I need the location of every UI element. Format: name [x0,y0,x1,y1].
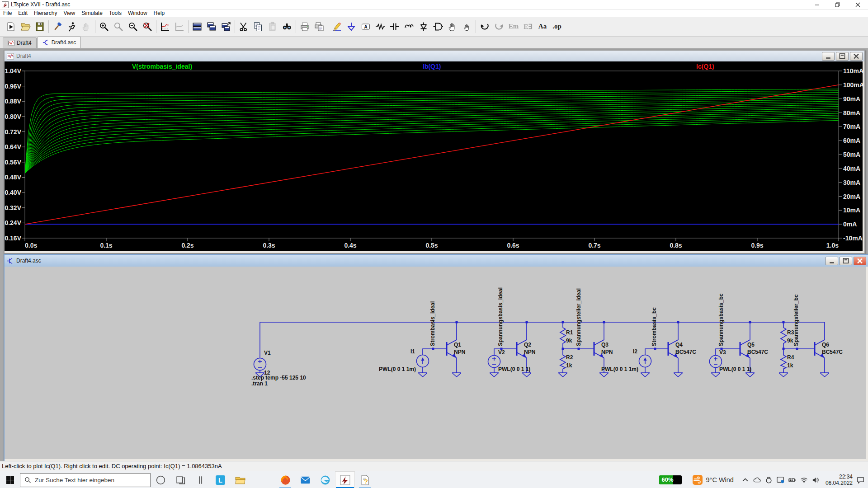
plot-restore-button[interactable] [836,52,849,61]
tab-draft4-plot[interactable]: Draft4 [3,38,37,48]
schematic-label-PWL(0 0 1 1m)[interactable]: PWL(0 0 1 1m) [379,366,416,372]
new-window-button[interactable] [219,19,233,34]
zoom-in-button[interactable] [97,19,111,34]
plot-window-titlebar[interactable]: Draft4 [5,51,864,61]
edge-taskbar-button[interactable] [315,471,335,488]
menu-hierarchy[interactable]: Hierarchy [31,9,60,17]
ltspice-taskbar-button[interactable] [335,471,355,488]
save-button[interactable] [33,19,47,34]
menu-tools[interactable]: Tools [106,9,125,17]
firefox-taskbar-button[interactable] [275,471,295,488]
schematic-label-Q5[interactable]: Q5 [747,342,755,348]
window-close-button[interactable] [848,0,868,9]
schematic-label-Q1[interactable]: Q1 [454,342,461,348]
run-button[interactable] [4,19,18,34]
net-label-button[interactable]: A [359,19,373,34]
net-label-Spannungsteiler_ideal[interactable]: Spannungsteiler_ideal [576,288,582,346]
schematic-label-R1[interactable]: R1 [566,330,573,336]
diode-button[interactable] [416,19,431,34]
plot-settings-button[interactable] [158,19,172,34]
l-launcher-taskbar-button[interactable]: L [210,471,230,488]
mail-taskbar-button[interactable] [295,471,315,488]
schematic-label-PWL(0 0 1 1)[interactable]: PWL(0 0 1 1) [719,366,751,372]
schematic-label-Q4[interactable]: Q4 [675,342,683,348]
schematic-canvas[interactable]: V112.step temp -55 125 10.tran 1I1PWL(0 … [5,267,866,459]
control-panel-button[interactable] [50,19,65,34]
action-center-icon[interactable] [857,476,864,484]
find-button[interactable] [280,19,294,34]
capacitor-button[interactable] [387,19,402,34]
cut-button[interactable] [236,19,251,34]
wifi-icon[interactable] [800,476,808,484]
menu-file[interactable]: File [0,9,15,17]
cortana-taskbar-button[interactable] [151,471,170,488]
schematic-label-R2[interactable]: R2 [566,355,573,361]
weather-widget[interactable]: 9°C Wind [692,474,734,485]
drag-button[interactable] [460,19,474,34]
schematic-restore-button[interactable] [840,257,852,265]
plot-minimize-button[interactable] [822,52,835,61]
inductor-button[interactable] [402,19,416,34]
tile-windows-button[interactable] [190,19,204,34]
schematic-label-Q2[interactable]: Q2 [524,342,531,348]
cloud-icon[interactable] [753,476,761,484]
taskbar-clock[interactable]: 22:34 06.04.2022 [826,474,853,486]
schematic-label-BC547C[interactable]: BC547C [675,349,696,355]
move-button[interactable] [445,19,460,34]
schematic-label-1k[interactable]: 1k [566,363,572,369]
schematic-label-I2[interactable]: I2 [633,349,637,355]
schematic-label-9k[interactable]: 9k [566,338,572,344]
task-view-taskbar-button[interactable] [170,471,190,488]
battery-widget[interactable]: 60% [659,475,682,484]
window-restore-button[interactable] [827,0,848,9]
print-button[interactable] [297,19,312,34]
pinned-divider-taskbar-button[interactable] [190,471,210,488]
legend-Ic(Q1)[interactable]: Ic(Q1) [696,63,714,70]
component-button[interactable] [431,19,445,34]
spice-directive-button[interactable]: .op [550,19,564,34]
schematic-window-titlebar[interactable]: Draft4.asc [5,255,868,267]
legend-Ib(Q1)[interactable]: Ib(Q1) [423,63,441,70]
schematic-label-NPN[interactable]: NPN [524,349,535,355]
schematic-label-PWL(0 0 1 1m)[interactable]: PWL(0 0 1 1m) [601,366,638,372]
schematic-label-9k[interactable]: 9k [787,338,793,344]
tab-draft4-schematic[interactable]: Draft4.asc [38,37,81,48]
schematic-label-BC547C[interactable]: BC547C [822,349,843,355]
legend-V(strombasis_ideal)[interactable]: V(strombasis_ideal) [132,63,192,70]
schematic-label-1k[interactable]: 1k [787,363,793,369]
schematic-label-NPN[interactable]: NPN [454,349,465,355]
volume-icon[interactable] [812,476,820,484]
window-minimize-button[interactable] [807,0,827,9]
net-label-Spannungsbasis_bc[interactable]: Spannungsbasis_bc [718,293,724,346]
plot-canvas[interactable]: V(strombasis_ideal)Ib(Q1)Ic(Q1)1.04V0.96… [5,61,863,251]
schematic-label-.tran 1[interactable]: .tran 1 [251,381,268,387]
menu-help[interactable]: Help [151,9,168,17]
battery-icon[interactable] [788,476,796,484]
schematic-label-V1[interactable]: V1 [264,350,271,356]
schematic-label-NPN[interactable]: NPN [601,349,613,355]
ground-button[interactable] [344,19,359,34]
menu-simulate[interactable]: Simulate [78,9,106,17]
schematic-close-button[interactable] [854,257,866,265]
plot-close-button[interactable] [850,52,863,61]
net-label-Spannungsbasis_ideal[interactable]: Spannungsbasis_ideal [498,287,504,346]
chevron-up-icon[interactable] [741,476,749,484]
copy-button[interactable] [251,19,265,34]
schematic-label-V2[interactable]: V2 [498,350,505,356]
schematic-label-PWL(0 0 1 1)[interactable]: PWL(0 0 1 1) [498,366,530,372]
schematic-label-Q3[interactable]: Q3 [601,342,609,348]
schematic-label-R4[interactable]: R4 [787,355,794,361]
halt-button[interactable] [65,19,79,34]
net-label-Strombasis_ideal[interactable]: Strombasis_ideal [430,301,436,346]
menu-edit[interactable]: Edit [15,9,31,17]
resistor-button[interactable] [373,19,387,34]
wire-button[interactable] [330,19,344,34]
zoom-undo-button[interactable] [140,19,155,34]
camera-circle-icon[interactable] [765,476,773,484]
open-button[interactable] [18,19,33,34]
zoom-out-button[interactable] [126,19,140,34]
schematic-label-V3[interactable]: V3 [719,350,726,356]
menu-window[interactable]: Window [125,9,151,17]
schematic-label-I1[interactable]: I1 [410,349,415,355]
schematic-label-Q6[interactable]: Q6 [822,342,829,348]
